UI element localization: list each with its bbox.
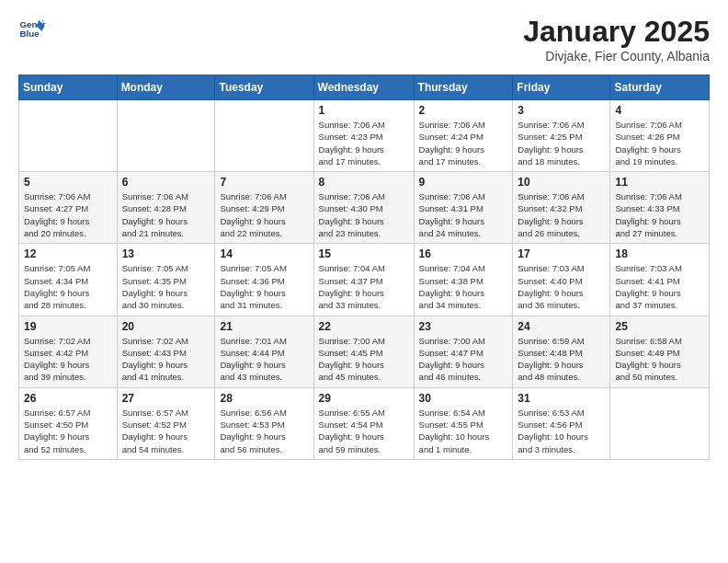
day-number: 28	[220, 392, 308, 405]
day-number: 10	[518, 176, 605, 189]
calendar: Sunday Monday Tuesday Wednesday Thursday…	[18, 75, 710, 460]
page: General Blue General Blue January 2025 D…	[0, 0, 728, 563]
day-info: Sunrise: 7:06 AMSunset: 4:33 PMDaylight:…	[615, 190, 704, 239]
header-thursday: Thursday	[414, 75, 513, 100]
day-number: 26	[24, 392, 112, 405]
day-info: Sunrise: 7:06 AMSunset: 4:24 PMDaylight:…	[419, 119, 508, 167]
table-row: 24Sunrise: 6:59 AMSunset: 4:48 PMDayligh…	[513, 316, 610, 387]
table-row: 15Sunrise: 7:04 AMSunset: 4:37 PMDayligh…	[313, 244, 414, 316]
day-info: Sunrise: 7:06 AMSunset: 4:31 PMDaylight:…	[419, 190, 508, 239]
day-info: Sunrise: 7:03 AMSunset: 4:41 PMDaylight:…	[615, 262, 704, 311]
table-row: 6Sunrise: 7:06 AMSunset: 4:28 PMDaylight…	[117, 172, 215, 244]
day-number: 22	[319, 320, 409, 333]
day-number: 11	[615, 176, 704, 189]
day-number: 8	[319, 176, 409, 189]
table-row: 21Sunrise: 7:01 AMSunset: 4:44 PMDayligh…	[215, 316, 313, 387]
calendar-week-row: 1Sunrise: 7:06 AMSunset: 4:23 PMDaylight…	[19, 100, 710, 172]
day-info: Sunrise: 6:57 AMSunset: 4:52 PMDaylight:…	[122, 407, 210, 455]
logo-icon: General Blue	[18, 15, 46, 42]
day-info: Sunrise: 6:59 AMSunset: 4:48 PMDaylight:…	[518, 335, 605, 384]
day-info: Sunrise: 6:58 AMSunset: 4:49 PMDaylight:…	[615, 335, 704, 384]
day-number: 9	[419, 176, 508, 189]
day-info: Sunrise: 7:04 AMSunset: 4:38 PMDaylight:…	[419, 262, 508, 311]
header-saturday: Saturday	[610, 75, 710, 100]
table-row: 28Sunrise: 6:56 AMSunset: 4:53 PMDayligh…	[215, 387, 313, 459]
table-row	[610, 387, 710, 459]
header-tuesday: Tuesday	[215, 75, 313, 100]
table-row: 8Sunrise: 7:06 AMSunset: 4:30 PMDaylight…	[313, 172, 414, 244]
day-number: 12	[24, 247, 112, 260]
day-info: Sunrise: 6:55 AMSunset: 4:54 PMDaylight:…	[319, 407, 409, 455]
calendar-week-row: 26Sunrise: 6:57 AMSunset: 4:50 PMDayligh…	[19, 387, 710, 459]
table-row: 4Sunrise: 7:06 AMSunset: 4:26 PMDaylight…	[610, 100, 710, 172]
table-row: 30Sunrise: 6:54 AMSunset: 4:55 PMDayligh…	[414, 387, 513, 459]
table-row: 20Sunrise: 7:02 AMSunset: 4:43 PMDayligh…	[117, 316, 215, 387]
day-number: 5	[24, 176, 112, 189]
table-row	[215, 100, 313, 172]
table-row: 27Sunrise: 6:57 AMSunset: 4:52 PMDayligh…	[117, 387, 215, 459]
table-row: 5Sunrise: 7:06 AMSunset: 4:27 PMDaylight…	[19, 172, 118, 244]
table-row	[117, 100, 215, 172]
day-info: Sunrise: 7:05 AMSunset: 4:34 PMDaylight:…	[24, 262, 112, 311]
day-number: 6	[122, 176, 210, 189]
header: General Blue General Blue January 2025 D…	[18, 15, 710, 63]
table-row: 1Sunrise: 7:06 AMSunset: 4:23 PMDaylight…	[313, 100, 414, 172]
day-info: Sunrise: 7:03 AMSunset: 4:40 PMDaylight:…	[518, 262, 605, 311]
table-row: 29Sunrise: 6:55 AMSunset: 4:54 PMDayligh…	[313, 387, 414, 459]
logo: General Blue General Blue	[18, 15, 46, 42]
table-row: 2Sunrise: 7:06 AMSunset: 4:24 PMDaylight…	[414, 100, 513, 172]
day-number: 21	[220, 320, 308, 333]
calendar-week-row: 12Sunrise: 7:05 AMSunset: 4:34 PMDayligh…	[19, 244, 710, 316]
table-row: 16Sunrise: 7:04 AMSunset: 4:38 PMDayligh…	[414, 244, 513, 316]
day-info: Sunrise: 7:04 AMSunset: 4:37 PMDaylight:…	[319, 262, 409, 311]
day-info: Sunrise: 7:00 AMSunset: 4:47 PMDaylight:…	[419, 335, 508, 384]
day-number: 25	[615, 320, 704, 333]
day-info: Sunrise: 7:06 AMSunset: 4:23 PMDaylight:…	[319, 119, 409, 167]
day-info: Sunrise: 7:06 AMSunset: 4:32 PMDaylight:…	[518, 190, 605, 239]
table-row: 31Sunrise: 6:53 AMSunset: 4:56 PMDayligh…	[513, 387, 610, 459]
day-info: Sunrise: 7:06 AMSunset: 4:28 PMDaylight:…	[122, 190, 210, 239]
table-row: 9Sunrise: 7:06 AMSunset: 4:31 PMDaylight…	[414, 172, 513, 244]
day-info: Sunrise: 6:57 AMSunset: 4:50 PMDaylight:…	[24, 407, 112, 455]
day-number: 7	[220, 176, 308, 189]
day-number: 31	[518, 392, 605, 405]
day-number: 23	[419, 320, 508, 333]
day-number: 24	[518, 320, 605, 333]
day-info: Sunrise: 7:06 AMSunset: 4:25 PMDaylight:…	[518, 119, 605, 167]
day-info: Sunrise: 7:06 AMSunset: 4:30 PMDaylight:…	[319, 190, 409, 239]
day-info: Sunrise: 7:05 AMSunset: 4:35 PMDaylight:…	[122, 262, 210, 311]
day-info: Sunrise: 7:02 AMSunset: 4:42 PMDaylight:…	[24, 335, 112, 384]
header-monday: Monday	[117, 75, 215, 100]
table-row	[19, 100, 118, 172]
day-info: Sunrise: 6:56 AMSunset: 4:53 PMDaylight:…	[220, 407, 308, 455]
table-row: 22Sunrise: 7:00 AMSunset: 4:45 PMDayligh…	[313, 316, 414, 387]
day-number: 2	[419, 104, 508, 117]
table-row: 14Sunrise: 7:05 AMSunset: 4:36 PMDayligh…	[215, 244, 313, 316]
day-number: 15	[319, 247, 409, 260]
table-row: 11Sunrise: 7:06 AMSunset: 4:33 PMDayligh…	[610, 172, 710, 244]
month-title: January 2025	[523, 15, 710, 49]
table-row: 3Sunrise: 7:06 AMSunset: 4:25 PMDaylight…	[513, 100, 610, 172]
day-info: Sunrise: 7:06 AMSunset: 4:26 PMDaylight:…	[615, 119, 704, 167]
calendar-week-row: 5Sunrise: 7:06 AMSunset: 4:27 PMDaylight…	[19, 172, 710, 244]
day-number: 19	[24, 320, 112, 333]
day-number: 18	[615, 247, 704, 260]
day-info: Sunrise: 7:02 AMSunset: 4:43 PMDaylight:…	[122, 335, 210, 384]
header-friday: Friday	[513, 75, 610, 100]
day-number: 20	[122, 320, 210, 333]
weekday-header-row: Sunday Monday Tuesday Wednesday Thursday…	[19, 75, 710, 100]
location-subtitle: Divjake, Fier County, Albania	[523, 49, 710, 63]
day-info: Sunrise: 6:54 AMSunset: 4:55 PMDaylight:…	[419, 407, 508, 455]
table-row: 12Sunrise: 7:05 AMSunset: 4:34 PMDayligh…	[19, 244, 118, 316]
table-row: 10Sunrise: 7:06 AMSunset: 4:32 PMDayligh…	[513, 172, 610, 244]
table-row: 19Sunrise: 7:02 AMSunset: 4:42 PMDayligh…	[19, 316, 118, 387]
day-info: Sunrise: 7:06 AMSunset: 4:27 PMDaylight:…	[24, 190, 112, 239]
day-number: 27	[122, 392, 210, 405]
table-row: 18Sunrise: 7:03 AMSunset: 4:41 PMDayligh…	[610, 244, 710, 316]
day-number: 4	[615, 104, 704, 117]
day-info: Sunrise: 6:53 AMSunset: 4:56 PMDaylight:…	[518, 407, 605, 455]
day-number: 13	[122, 247, 210, 260]
svg-text:Blue: Blue	[20, 29, 40, 39]
title-block: January 2025 Divjake, Fier County, Alban…	[523, 15, 710, 63]
day-info: Sunrise: 7:01 AMSunset: 4:44 PMDaylight:…	[220, 335, 308, 384]
